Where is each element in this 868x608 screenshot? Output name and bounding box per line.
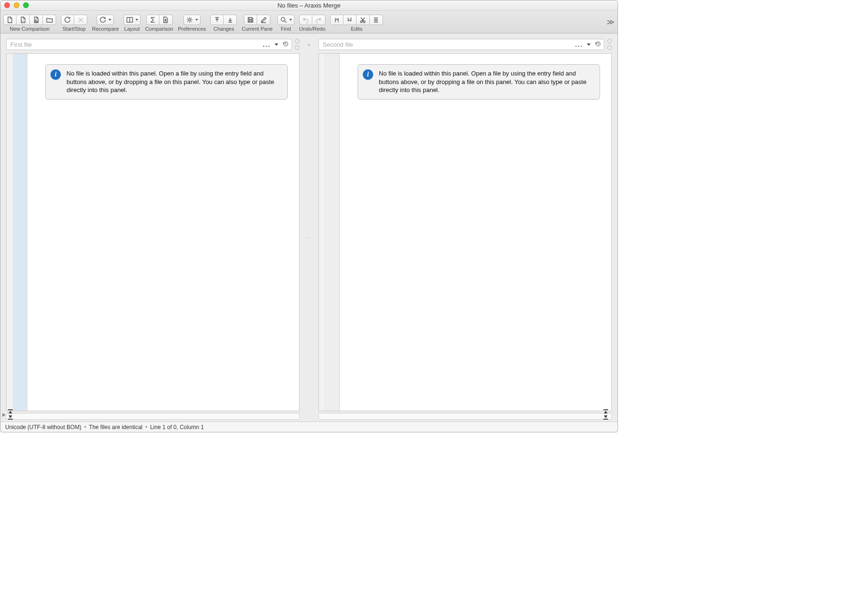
- right-pane: Second file ... i: [318, 34, 618, 422]
- left-file-input[interactable]: First file ...: [6, 39, 292, 50]
- right-file-input[interactable]: Second file ...: [318, 39, 604, 50]
- left-line-gutter: [13, 54, 27, 411]
- left-file-placeholder: First file: [10, 41, 32, 48]
- delete-change-button[interactable]: [357, 15, 370, 25]
- new-text-comparison-button[interactable]: [3, 15, 17, 25]
- right-nav-arrows: [602, 409, 611, 420]
- group-find: Find: [277, 15, 294, 32]
- toolbar: New Comparison Start/Stop Recompare Layo…: [0, 11, 618, 34]
- right-text-area[interactable]: i No file is loaded within this panel. O…: [340, 54, 611, 411]
- left-nav-arrows: [7, 409, 16, 420]
- status-encoding: Unicode (UTF-8 without BOM): [5, 424, 81, 431]
- window-title: No files – Araxis Merge: [277, 2, 341, 9]
- left-filebar: First file ...: [6, 38, 300, 51]
- jump-top-button[interactable]: [7, 409, 14, 414]
- browse-icon[interactable]: ...: [263, 41, 271, 48]
- left-info-text: No file is loaded within this panel. Ope…: [67, 70, 274, 93]
- left-overview-ruler[interactable]: [7, 54, 13, 411]
- toolbar-label-changes: Changes: [213, 26, 234, 32]
- right-horizontal-scrollbar[interactable]: [318, 413, 612, 420]
- layout-button[interactable]: [124, 15, 141, 25]
- jump-bottom-button[interactable]: [7, 415, 14, 420]
- sync-indicator-icon: [607, 45, 612, 50]
- group-current-pane: Current Pane: [242, 15, 272, 32]
- expand-handle-icon[interactable]: [1, 412, 6, 419]
- toolbar-label-layout: Layout: [124, 26, 140, 32]
- right-editor[interactable]: i No file is loaded within this panel. O…: [318, 53, 612, 411]
- app-window: No files – Araxis Merge New Comparison S…: [0, 0, 618, 432]
- group-layout: Layout: [124, 15, 141, 32]
- toolbar-label-recompare: Recompare: [92, 26, 119, 32]
- status-position: Line 1 of 0, Column 1: [150, 424, 204, 431]
- left-pane: First file ... i: [0, 34, 300, 422]
- statusbar: Unicode (UTF-8 without BOM) • The files …: [0, 422, 618, 432]
- window-controls: [4, 2, 29, 8]
- chevron-down-icon[interactable]: [275, 43, 278, 46]
- toolbar-overflow-button[interactable]: ≫: [607, 17, 615, 26]
- separator-top-dot: •: [308, 39, 310, 51]
- toolbar-label-current-pane: Current Pane: [242, 26, 272, 32]
- save-pane-button[interactable]: [244, 15, 257, 25]
- edit-pane-button[interactable]: [257, 15, 270, 25]
- comparison-report-button[interactable]: [159, 15, 173, 25]
- main-area: First file ... i: [0, 34, 618, 422]
- left-info-box: i No file is loaded within this panel. O…: [45, 64, 288, 100]
- sync-indicator-icon: [295, 39, 300, 43]
- toolbar-label-new-comparison: New Comparison: [10, 26, 50, 32]
- status-sep: •: [84, 424, 86, 431]
- jump-bottom-button[interactable]: [602, 415, 609, 420]
- status-state: The files are identical: [89, 424, 142, 431]
- recompare-button[interactable]: [97, 15, 114, 25]
- chevron-down-icon[interactable]: [587, 43, 591, 46]
- sync-indicator-icon: [607, 39, 612, 43]
- group-comparison: Comparison: [145, 15, 173, 32]
- find-button[interactable]: [277, 15, 294, 25]
- merge-left-button[interactable]: [330, 15, 343, 25]
- titlebar: No files – Araxis Merge: [0, 0, 618, 11]
- right-info-text: No file is loaded within this panel. Ope…: [379, 70, 586, 93]
- new-binary-comparison-button[interactable]: [17, 15, 30, 25]
- toolbar-label-edits: Edits: [351, 26, 362, 32]
- jump-top-button[interactable]: [602, 409, 609, 414]
- toolbar-label-start-stop: Start/Stop: [63, 26, 86, 32]
- history-icon[interactable]: [594, 41, 601, 49]
- redo-button[interactable]: [312, 15, 326, 25]
- right-info-box: i No file is loaded within this panel. O…: [358, 64, 600, 100]
- next-change-button[interactable]: [224, 15, 237, 25]
- right-overview-ruler[interactable]: [319, 54, 326, 411]
- left-editor[interactable]: i No file is loaded within this panel. O…: [6, 53, 300, 411]
- edits-options-button[interactable]: [370, 15, 383, 25]
- browse-icon[interactable]: ...: [575, 41, 583, 48]
- undo-button[interactable]: [299, 15, 312, 25]
- preferences-button[interactable]: [184, 15, 200, 25]
- start-button[interactable]: [61, 15, 74, 25]
- merge-right-button[interactable]: [343, 15, 357, 25]
- left-sync-indicators: [295, 39, 300, 50]
- zoom-window-button[interactable]: [23, 2, 29, 8]
- minimize-window-button[interactable]: [14, 2, 19, 8]
- right-filebar: Second file ...: [318, 38, 612, 51]
- toolbar-label-undo-redo: Undo/Redo: [299, 26, 326, 32]
- toolbar-label-comparison: Comparison: [145, 26, 173, 32]
- group-start-stop: Start/Stop: [61, 15, 87, 32]
- right-sync-indicators: [607, 39, 612, 50]
- pane-separator[interactable]: • …: [300, 34, 318, 422]
- sync-indicator-icon: [295, 45, 300, 50]
- close-window-button[interactable]: [4, 2, 10, 8]
- stop-button[interactable]: [74, 15, 87, 25]
- left-text-area[interactable]: i No file is loaded within this panel. O…: [27, 54, 299, 411]
- new-image-comparison-button[interactable]: [30, 15, 43, 25]
- comparison-summary-button[interactable]: [146, 15, 159, 25]
- right-line-gutter: [326, 54, 340, 411]
- toolbar-label-find: Find: [281, 26, 291, 32]
- status-sep: •: [145, 424, 147, 431]
- group-recompare: Recompare: [92, 15, 119, 32]
- left-horizontal-scrollbar[interactable]: [6, 413, 300, 420]
- new-folder-comparison-button[interactable]: [43, 15, 56, 25]
- group-new-comparison: New Comparison: [3, 15, 56, 32]
- info-icon: i: [50, 69, 61, 80]
- history-icon[interactable]: [282, 41, 289, 49]
- toolbar-label-preferences: Preferences: [178, 26, 206, 32]
- separator-handle-icon[interactable]: …: [306, 51, 312, 422]
- previous-change-button[interactable]: [210, 15, 224, 25]
